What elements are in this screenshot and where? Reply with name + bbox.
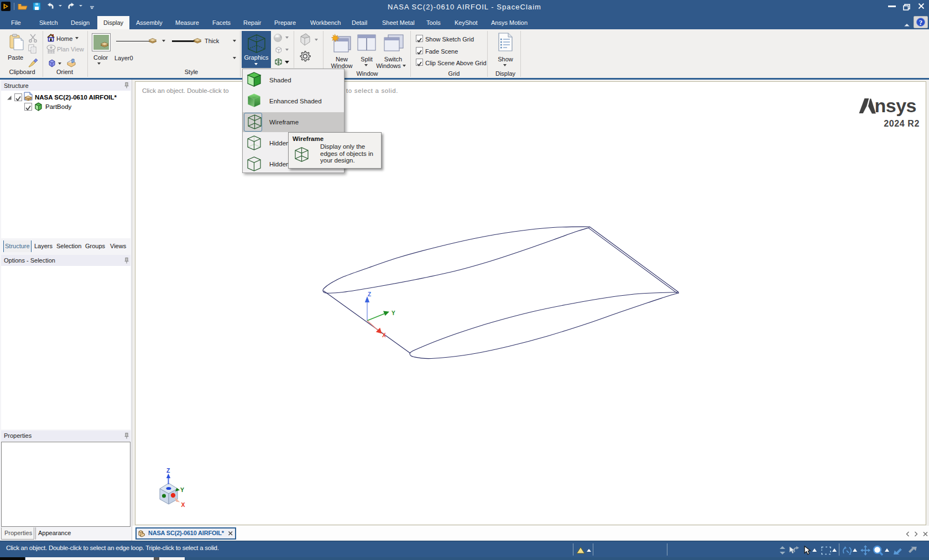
svg-text:Z: Z xyxy=(368,291,371,297)
svg-text:?: ? xyxy=(919,18,923,27)
svg-text:Y: Y xyxy=(180,486,184,493)
svg-text:Y: Y xyxy=(392,310,395,316)
svg-text:X: X xyxy=(181,501,185,508)
svg-text:Z: Z xyxy=(166,467,170,474)
svg-text:X: X xyxy=(382,332,386,338)
